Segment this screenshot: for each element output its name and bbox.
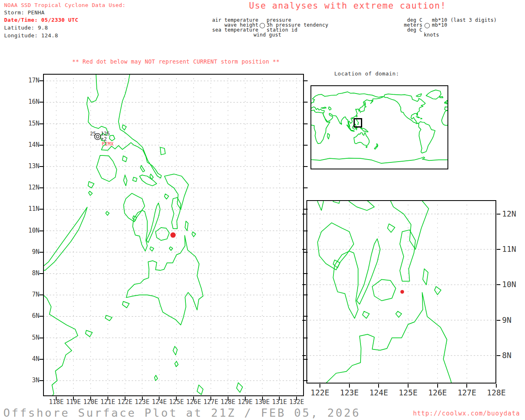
source-url-link[interactable]: http://coolwx.com/buoydata	[413, 410, 520, 417]
x-tick-label: 125E	[167, 399, 186, 406]
y-axis-tick	[39, 145, 43, 146]
y-axis-tick	[39, 294, 43, 295]
coastline	[122, 125, 126, 130]
storm-data-header: NOAA SSD Tropical Cyclone Data Used:	[4, 2, 126, 9]
zoom-y-tick-label: 11N	[502, 245, 516, 254]
coastline	[237, 383, 243, 393]
y-tick-label: 11N	[23, 205, 39, 212]
units-circle-icon	[425, 23, 430, 28]
legend-wind-gust: wind gust	[245, 32, 290, 38]
x-tick-label: 123E	[132, 399, 152, 406]
zoom-x-tick-label: 128E	[485, 388, 508, 397]
y-axis-tick	[39, 80, 43, 81]
y-axis-tick	[39, 273, 43, 274]
y-axis-tick-right	[304, 273, 308, 274]
y-axis-tick-right	[304, 316, 308, 317]
coastline	[365, 102, 365, 105]
y-tick-label: 3N	[23, 377, 39, 384]
x-tick-label: 126E	[184, 399, 203, 406]
station-circle-icon	[260, 23, 265, 28]
x-tick-label: 119E	[64, 399, 83, 406]
coastline	[366, 146, 367, 148]
zoom-x-axis-tick	[320, 384, 320, 388]
world-inset-title: Location of domain:	[334, 71, 399, 77]
coastline	[445, 107, 447, 111]
y-axis-tick-right	[304, 359, 308, 360]
coastline	[435, 287, 441, 295]
x-tick-label: 129E	[235, 399, 255, 406]
x-tick-label: 122E	[115, 399, 135, 406]
y-tick-label: 16N	[23, 98, 39, 105]
domain-box	[354, 118, 362, 128]
units-mb10: mb*10	[432, 23, 447, 28]
y-axis-tick-right	[304, 123, 308, 124]
coastline	[197, 385, 203, 395]
coastline	[311, 92, 383, 127]
y-axis-tick-right	[304, 252, 308, 253]
coastline	[44, 207, 87, 270]
coastline	[416, 116, 420, 118]
y-axis-tick	[39, 123, 43, 124]
coastline	[357, 239, 380, 304]
y-tick-label: 5N	[23, 334, 39, 341]
coastline	[44, 293, 78, 395]
station-plot-circle-icon	[77, 128, 122, 147]
coastline	[89, 191, 92, 195]
coastline	[341, 123, 342, 125]
y-axis-tick-right	[304, 380, 308, 381]
page-title: Offshore Surface Plot at 21Z / FEB 05, 2…	[3, 406, 361, 419]
y-axis-tick-right	[304, 145, 308, 146]
zoom-y-axis-tick-left	[302, 320, 306, 321]
zoom-y-axis-tick-left	[302, 355, 306, 356]
y-axis-tick-right	[304, 209, 308, 210]
y-axis-tick-right	[304, 294, 308, 295]
storm-position-dot	[170, 233, 176, 238]
coastline	[173, 347, 177, 355]
coastline	[321, 107, 326, 108]
zoom-y-tick-label: 10N	[502, 280, 516, 289]
coastline	[155, 375, 158, 381]
zoom-y-axis-tick	[497, 214, 500, 215]
y-axis-tick-right	[304, 102, 308, 103]
station-air-temperature: 25	[90, 131, 96, 137]
zoom-x-axis-tick	[378, 384, 379, 388]
coastline	[85, 330, 92, 337]
x-tick-label: 128E	[218, 399, 238, 406]
y-axis-tick-right	[304, 166, 308, 167]
x-tick-label: 132E	[287, 399, 306, 406]
coastline	[122, 156, 127, 162]
zoom-y-axis-tick-left	[302, 214, 306, 215]
coastline	[333, 201, 340, 203]
y-tick-label: 14N	[23, 142, 39, 148]
coastline	[416, 94, 422, 97]
zoom-y-tick-label: 12N	[502, 210, 516, 219]
coastline	[442, 111, 447, 126]
y-axis-tick-right	[304, 231, 308, 231]
coastline	[146, 203, 160, 243]
coastline	[363, 311, 370, 318]
zoom-x-tick-label: 125E	[397, 388, 420, 397]
coastline	[352, 118, 353, 119]
zoom-y-axis-tick	[497, 320, 500, 321]
coastline	[396, 311, 402, 317]
zoom-inset-canvas	[307, 201, 495, 383]
coastline	[311, 110, 330, 144]
coastline	[192, 232, 196, 237]
y-axis-tick-right	[304, 80, 308, 81]
coastline	[164, 174, 189, 209]
zoom-x-axis-tick	[437, 384, 438, 388]
y-tick-label: 17N	[23, 77, 39, 84]
coastline	[122, 301, 129, 308]
storm-position-warning: ** Red dot below may NOT represent CURRE…	[72, 59, 280, 65]
x-tick-label: 121E	[98, 399, 118, 406]
coastline	[374, 146, 377, 149]
coastline	[317, 201, 323, 210]
y-axis-tick	[39, 102, 43, 103]
coastline	[423, 269, 428, 285]
zoom-x-axis-tick	[408, 384, 409, 388]
zoom-x-tick-label: 127E	[455, 388, 478, 397]
coastline	[356, 116, 357, 117]
coastline	[123, 175, 127, 186]
coastline	[351, 130, 354, 132]
coastline	[372, 279, 396, 301]
